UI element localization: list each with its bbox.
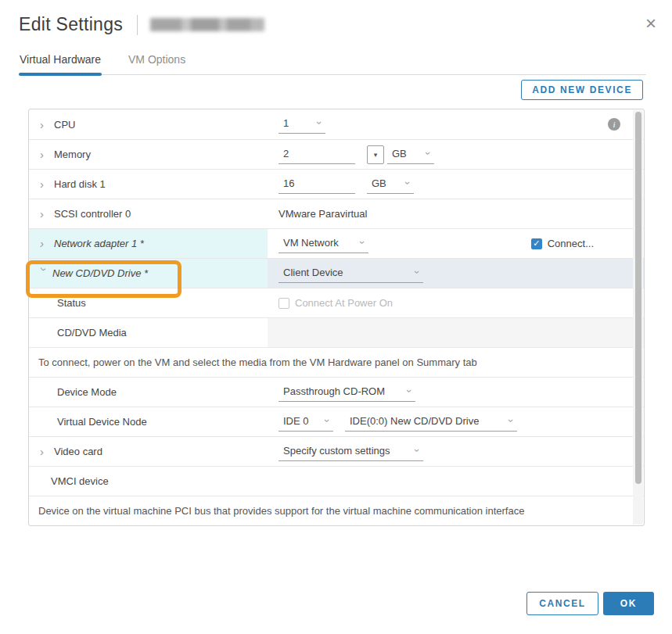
- network-adapter-label: Network adapter 1 *: [54, 238, 144, 249]
- network-select[interactable]: VM Network ›: [279, 235, 368, 253]
- video-card-label: Video card: [54, 446, 102, 457]
- hard-disk-size-input[interactable]: [279, 175, 355, 194]
- table-row-scsi-controller[interactable]: › SCSI controller 0 VMware Paravirtual: [29, 199, 644, 228]
- table-row-hard-disk[interactable]: › Hard disk 1 GB ›: [29, 169, 644, 199]
- memory-unit-select[interactable]: GB ›: [387, 145, 434, 164]
- vmci-label-cell: VMCI device: [29, 467, 268, 496]
- vm-name-redacted: [150, 18, 264, 31]
- video-card-value-cell: Specify custom settings ›: [268, 437, 644, 466]
- memory-unit-value: GB: [392, 148, 407, 159]
- connect-checkbox[interactable]: ✓: [531, 238, 542, 249]
- scrollbar-track[interactable]: [633, 110, 643, 525]
- scsi-label-cell: › SCSI controller 0: [29, 199, 268, 228]
- chevron-right-icon[interactable]: ›: [40, 149, 54, 160]
- device-mode-value: Passthrough CD-ROM: [283, 385, 385, 397]
- check-icon: ✓: [533, 239, 540, 248]
- chevron-down-icon: ›: [507, 419, 515, 422]
- vmci-value-cell: [268, 467, 644, 496]
- table-row-cpu[interactable]: › CPU 1 › i: [29, 109, 644, 139]
- table-row-memory[interactable]: › Memory ▾ GB ›: [29, 139, 644, 169]
- close-icon[interactable]: ×: [645, 14, 656, 33]
- ok-button[interactable]: OK: [603, 592, 654, 615]
- status-label-cell: Status: [29, 288, 268, 317]
- virtual-hardware-table: › CPU 1 › i › Memory ▾ GB ›: [28, 109, 645, 526]
- chevron-right-icon[interactable]: ›: [40, 238, 54, 249]
- cd-dvd-label: New CD/DVD Drive *: [52, 267, 148, 279]
- ide-controller-select[interactable]: IDE 0 ›: [279, 413, 333, 432]
- stepper-caret-icon: ▾: [374, 151, 378, 159]
- cpu-count-value: 1: [283, 117, 289, 129]
- memory-stepper[interactable]: ▾: [367, 145, 384, 164]
- cpu-label-cell: › CPU: [29, 109, 268, 139]
- network-adapter-label-cell: › Network adapter 1 *: [29, 229, 268, 258]
- hard-disk-unit-value: GB: [372, 177, 386, 189]
- table-row-vmci-device[interactable]: VMCI device: [29, 466, 644, 496]
- device-mode-label-cell: Device Mode: [29, 378, 268, 407]
- connect-note-text: To connect, power on the VM and select t…: [38, 356, 477, 368]
- virtual-device-node-label: Virtual Device Node: [57, 416, 147, 428]
- ide-node-select[interactable]: IDE(0:0) New CD/DVD Drive ›: [345, 413, 517, 432]
- chevron-down-icon: ›: [404, 181, 411, 184]
- table-row-virtual-device-node[interactable]: Virtual Device Node IDE 0 › IDE(0:0) New…: [29, 407, 644, 436]
- ide-controller-value: IDE 0: [283, 415, 309, 427]
- memory-label: Memory: [54, 149, 91, 160]
- virtual-device-node-label-cell: Virtual Device Node: [29, 407, 268, 436]
- table-row-cd-dvd-media[interactable]: CD/DVD Media: [29, 317, 644, 347]
- table-row-video-card[interactable]: › Video card Specify custom settings ›: [29, 436, 644, 466]
- chevron-down-icon: ›: [323, 419, 331, 422]
- connect-at-power-on-label: Connect At Power On: [295, 297, 393, 309]
- tab-vm-options[interactable]: VM Options: [128, 50, 186, 74]
- video-card-select[interactable]: Specify custom settings ›: [279, 442, 423, 461]
- cd-dvd-label-cell: › New CD/DVD Drive *: [29, 259, 268, 288]
- cd-dvd-media-label: CD/DVD Media: [57, 327, 127, 338]
- chevron-right-icon[interactable]: ›: [40, 208, 54, 220]
- cpu-value-cell: 1 › i: [268, 109, 644, 139]
- connect-checkbox-label: Connect...: [548, 238, 594, 249]
- network-adapter-value-cell: VM Network › ✓ Connect...: [268, 229, 644, 258]
- chevron-down-icon: ›: [405, 389, 413, 392]
- add-new-device-button[interactable]: ADD NEW DEVICE: [521, 80, 643, 100]
- scsi-value: VMware Paravirtual: [279, 208, 367, 220]
- tab-bar: Virtual Hardware VM Options: [19, 50, 646, 75]
- table-row-network-adapter[interactable]: › Network adapter 1 * VM Network › ✓ Con…: [29, 228, 644, 258]
- vmci-description-row: Device on the virtual machine PCI bus th…: [29, 496, 644, 525]
- hard-disk-value-cell: GB ›: [268, 170, 644, 199]
- chevron-right-icon[interactable]: ›: [40, 178, 54, 190]
- hard-disk-label-cell: › Hard disk 1: [29, 170, 268, 199]
- cpu-count-select[interactable]: 1 ›: [279, 115, 325, 134]
- chevron-expanded-icon[interactable]: ›: [38, 267, 50, 279]
- page-title: Edit Settings: [19, 14, 123, 35]
- cd-dvd-device-value: Client Device: [283, 267, 343, 278]
- video-card-label-cell: › Video card: [29, 437, 268, 466]
- chevron-down-icon: ›: [413, 270, 421, 274]
- cd-dvd-device-select[interactable]: Client Device ›: [279, 264, 423, 283]
- network-select-value: VM Network: [283, 237, 339, 249]
- chevron-down-icon: ›: [413, 449, 421, 452]
- dialog-header: Edit Settings: [19, 14, 264, 35]
- memory-size-input[interactable]: [279, 145, 355, 164]
- table-row-cd-dvd-drive[interactable]: › New CD/DVD Drive * Client Device ›: [29, 258, 644, 288]
- cd-dvd-media-label-cell: CD/DVD Media: [29, 318, 268, 347]
- hard-disk-unit-select[interactable]: GB ›: [367, 175, 414, 194]
- tab-virtual-hardware[interactable]: Virtual Hardware: [19, 50, 102, 74]
- memory-value-cell: ▾ GB ›: [268, 140, 644, 169]
- connect-note-row: To connect, power on the VM and select t…: [29, 347, 644, 377]
- scrollbar-thumb[interactable]: [635, 112, 641, 484]
- table-row-status[interactable]: Status Connect At Power On: [29, 288, 644, 317]
- info-icon[interactable]: i: [608, 118, 620, 131]
- device-mode-label: Device Mode: [57, 386, 117, 398]
- status-value-cell: Connect At Power On: [268, 288, 644, 317]
- chevron-right-icon[interactable]: ›: [40, 446, 54, 457]
- connect-checkbox-group: ✓ Connect...: [531, 238, 594, 249]
- footer-actions: CANCEL OK: [526, 592, 654, 615]
- status-label: Status: [57, 297, 86, 309]
- device-mode-select[interactable]: Passthrough CD-ROM ›: [279, 383, 415, 402]
- table-row-device-mode[interactable]: Device Mode Passthrough CD-ROM ›: [29, 377, 644, 407]
- chevron-down-icon: ›: [315, 121, 323, 124]
- scsi-label: SCSI controller 0: [54, 208, 131, 220]
- cancel-button[interactable]: CANCEL: [526, 592, 598, 615]
- cd-dvd-media-value-cell: [268, 318, 644, 347]
- chevron-down-icon: ›: [358, 241, 366, 244]
- device-mode-value-cell: Passthrough CD-ROM ›: [268, 378, 644, 407]
- chevron-right-icon[interactable]: ›: [40, 119, 54, 131]
